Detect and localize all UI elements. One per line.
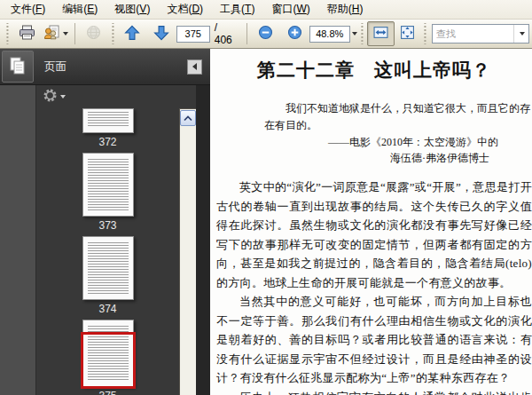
paragraph-3: 历史上，狂热相信宇宙有方向的人通常都会对此说出肯定的答案。黑格尔说他的历史辩证法… <box>216 388 532 395</box>
toolbar: / 406 <box>0 20 532 49</box>
find-box <box>432 24 529 43</box>
chapter-title: 第二十二章 这叫上帝吗？ <box>216 58 532 83</box>
document-page: 第二十二章 这叫上帝吗？ 我们不知道地狱是什么，只知道它很大，而且它的存在有目的… <box>210 49 532 395</box>
page-thumbnail-373[interactable]: 373 <box>82 153 134 232</box>
navigation-panel: 页面 372373374375 <box>0 49 210 395</box>
toolbar-grip[interactable] <box>111 23 115 44</box>
pages-tab-button[interactable] <box>2 51 34 83</box>
thumbnail-page-number: 373 <box>98 219 116 232</box>
body-paragraphs: 英文中的“演化”一词原意是“展露”或“开展”，意思是打开古代的卷轴一直到出现故事… <box>216 178 532 395</box>
fit-width-button[interactable] <box>367 21 395 46</box>
thumbnail-page-image[interactable] <box>82 320 134 387</box>
options-dropdown-caret[interactable] <box>60 95 66 99</box>
fit-width-icon <box>373 25 388 43</box>
collapse-panel-button[interactable] <box>187 59 202 75</box>
thumbnails-options-row <box>36 85 179 108</box>
globe-icon <box>86 25 101 43</box>
find-input[interactable] <box>433 27 513 41</box>
page-total-label: / 406 <box>215 21 238 46</box>
toolbar-separator <box>246 23 247 44</box>
epigraph-attribution: ——电影《2010年：太空漫游》中的 海伍德·弗洛伊德博士 <box>264 134 532 166</box>
zoom-dropdown-caret[interactable] <box>352 32 357 36</box>
menu-item-w[interactable]: 窗口(W) <box>264 0 317 19</box>
thumbnail-page-image[interactable] <box>82 236 134 300</box>
zoom-in-button[interactable] <box>280 22 309 46</box>
toolbar-grip[interactable] <box>360 23 364 44</box>
find-dropdown-caret[interactable] <box>513 25 528 43</box>
pages-icon <box>8 56 27 78</box>
thumbnail-page-number: 372 <box>98 136 116 148</box>
thumbnails-scrollbar[interactable] <box>179 108 196 395</box>
thumbnail-page-number: 374 <box>98 303 116 315</box>
page-down-icon <box>153 25 169 43</box>
thumbnail-text-lines <box>88 112 129 127</box>
thumbnail-page-image[interactable] <box>82 108 134 133</box>
epigraph-text: 我们不知道地狱是什么，只知道它很大，而且它的存在有目的。 <box>264 100 532 134</box>
page-up-icon <box>124 25 140 43</box>
thumbnail-text-lines <box>88 159 129 210</box>
menu-item-h[interactable]: 帮助(H) <box>320 0 371 19</box>
menu-item-d[interactable]: 文档(D) <box>160 0 210 19</box>
panel-side-strip <box>0 85 36 395</box>
thumbnail-text-lines <box>88 242 129 294</box>
print-icon <box>19 25 35 43</box>
menubar: 文件(F)编辑(E)视图(V)文档(D)工具(T)窗口(W)帮助(H) <box>0 0 532 20</box>
fit-page-icon <box>400 25 415 43</box>
menu-item-t[interactable]: 工具(T) <box>213 0 262 19</box>
menu-item-e[interactable]: 编辑(E) <box>55 0 105 19</box>
toolbar-grip[interactable] <box>423 23 427 44</box>
fit-page-button[interactable] <box>395 22 420 45</box>
page-thumbnail-372[interactable]: 372 <box>82 108 134 148</box>
epigraph-attribution-source: ——电影《2010年：太空漫游》中的 <box>264 134 532 150</box>
print-button[interactable] <box>12 22 42 46</box>
panel-title: 页面 <box>44 59 187 75</box>
menu-item-v[interactable]: 视图(V) <box>107 0 157 19</box>
panel-edge <box>196 85 210 395</box>
page-thumbnails-list: 372373374375 <box>36 108 179 395</box>
thumbnail-page-image[interactable] <box>82 153 134 217</box>
zoom-in-icon <box>287 25 302 43</box>
scroll-up-button[interactable] <box>180 110 196 126</box>
collaborate-button[interactable] <box>42 22 71 46</box>
page-thumbnail-375[interactable]: 375 <box>82 320 134 395</box>
current-view-rectangle[interactable] <box>81 332 136 389</box>
epigraph-attribution-name: 海伍德·弗洛伊德博士 <box>264 150 532 166</box>
gear-icon[interactable] <box>43 88 58 106</box>
pages-panel-header: 页面 <box>0 49 210 85</box>
thumbnail-page-number: 375 <box>98 390 116 395</box>
paragraph-2: 当然其中的意义可能好，也可能坏，而方向加上目标也不一定等于善。那么我们有什么理由… <box>216 292 532 388</box>
collaborate-icon <box>43 25 59 43</box>
zoom-out-button[interactable] <box>251 22 280 46</box>
collapse-arrow-icon <box>192 63 197 70</box>
collaborate-dropdown-caret[interactable] <box>63 32 68 36</box>
menu-item-f[interactable]: 文件(F) <box>4 0 52 19</box>
paragraph-1: 英文中的“演化”一词原意是“展露”或“开展”，意思是打开古代的卷轴一直到出现故事… <box>216 178 532 292</box>
toolbar-grip[interactable] <box>5 23 10 44</box>
zoom-out-icon <box>258 25 273 43</box>
globe-button <box>79 22 108 46</box>
page-thumbnail-374[interactable]: 374 <box>82 236 134 315</box>
previous-page-button[interactable] <box>118 22 147 46</box>
toolbar-separator <box>74 23 75 44</box>
zoom-level-input[interactable] <box>309 26 350 43</box>
page-number-input[interactable] <box>176 26 210 43</box>
next-page-button[interactable] <box>147 22 176 46</box>
